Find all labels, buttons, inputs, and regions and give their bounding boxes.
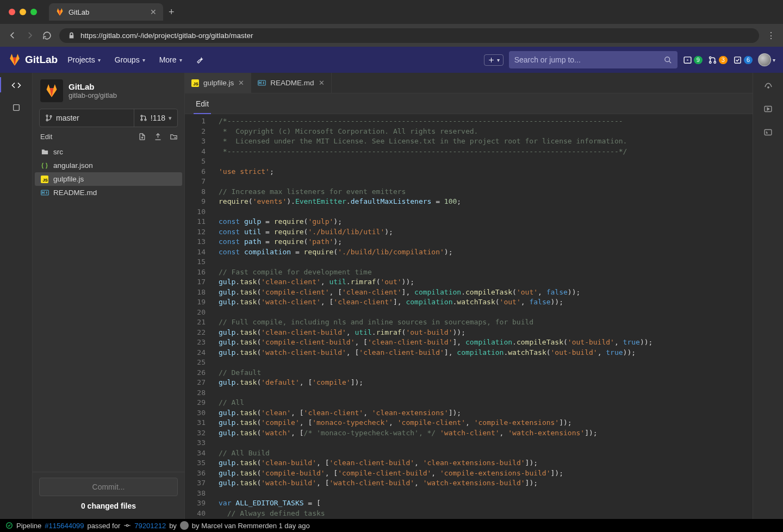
- project-path: gitlab-org/gitlab: [69, 91, 117, 99]
- svg-point-2: [709, 57, 711, 59]
- editor-tabs: JSgulpfile.js✕README.md✕: [185, 73, 753, 93]
- js-icon: JS: [191, 79, 199, 87]
- nav-back-icon[interactable]: [8, 30, 17, 40]
- rail-preview-icon[interactable]: [763, 104, 773, 114]
- gitlab-favicon-icon: [55, 8, 64, 16]
- nav-todos[interactable]: 6: [733, 55, 753, 65]
- nav-search[interactable]: [509, 51, 678, 68]
- side-panel: GitLab gitlab-org/gitlab master !118 ▾ E…: [33, 73, 184, 519]
- commit-icon: [123, 522, 131, 529]
- lock-icon: [68, 32, 75, 39]
- svg-point-23: [127, 524, 129, 527]
- activity-bar: [0, 73, 33, 519]
- gitlab-navbar: GitLab Projects▾ Groups▾ More▾ ▾ 9 3 6 ▾: [0, 47, 783, 73]
- subtab-edit[interactable]: Edit: [189, 93, 215, 114]
- branch-selector[interactable]: master: [40, 109, 134, 127]
- nav-more[interactable]: More▾: [155, 55, 187, 64]
- browser-menu-icon[interactable]: ⋮: [767, 30, 775, 41]
- commit-link[interactable]: 79201212: [134, 522, 166, 530]
- activity-collapse-icon[interactable]: [12, 103, 21, 112]
- svg-point-0: [665, 57, 670, 61]
- svg-point-19: [767, 87, 768, 88]
- svg-text:JS: JS: [194, 81, 198, 86]
- window-controls: [9, 9, 37, 15]
- close-tab-icon[interactable]: ✕: [238, 79, 244, 87]
- search-input[interactable]: [514, 55, 664, 64]
- nav-groups[interactable]: Groups▾: [110, 55, 150, 64]
- editor-tab[interactable]: JSgulpfile.js✕: [185, 73, 251, 93]
- upload-icon[interactable]: [154, 133, 162, 141]
- project-tile-icon: [40, 79, 63, 102]
- panel-edit-label: Edit: [40, 133, 52, 141]
- by-label: by: [169, 522, 177, 530]
- json-icon: [40, 162, 49, 170]
- tree-item[interactable]: README.md: [35, 186, 182, 199]
- mr-selector[interactable]: !118 ▾: [134, 109, 177, 127]
- nav-forward-icon[interactable]: [25, 30, 35, 40]
- svg-rect-6: [13, 105, 19, 111]
- file-tree: srcangular.jsonJSgulpfile.jsREADME.md: [33, 143, 184, 472]
- rail-pipeline-icon[interactable]: [763, 80, 773, 90]
- svg-point-4: [714, 61, 716, 63]
- url-text: https://gitlab.com/-/ide/project/gitlab-…: [80, 32, 253, 40]
- changed-files-count: 0 changed files: [39, 496, 178, 514]
- browser-tab-title: GitLab: [69, 8, 89, 16]
- tree-item[interactable]: src: [35, 145, 182, 159]
- reload-icon[interactable]: [42, 31, 52, 40]
- gitlab-logo[interactable]: GitLab: [8, 53, 58, 67]
- minimize-window[interactable]: [20, 9, 26, 15]
- pipeline-link[interactable]: #115644099: [45, 522, 84, 530]
- avatar: [758, 53, 771, 66]
- md-icon: [40, 190, 49, 196]
- svg-point-11: [141, 119, 142, 121]
- tree-item[interactable]: JSgulpfile.js: [35, 172, 182, 186]
- nav-wrench-icon[interactable]: [192, 55, 209, 64]
- tree-item[interactable]: angular.json: [35, 159, 182, 172]
- pipeline-status-icon: [5, 522, 13, 529]
- folder-icon: [40, 148, 49, 156]
- gitlab-wordmark: GitLab: [25, 54, 58, 66]
- close-window[interactable]: [9, 9, 15, 15]
- nav-projects[interactable]: Projects▾: [63, 55, 105, 64]
- svg-rect-21: [765, 130, 772, 135]
- svg-rect-5: [735, 57, 741, 62]
- address-bar[interactable]: https://gitlab.com/-/ide/project/gitlab-…: [59, 28, 759, 43]
- new-tab-button[interactable]: +: [169, 7, 175, 18]
- md-icon: [258, 80, 266, 86]
- code-editor[interactable]: /*--------------------------------------…: [213, 114, 753, 519]
- new-file-icon[interactable]: [138, 133, 146, 141]
- line-numbers: 1234567891011121314151617181920212223242…: [185, 114, 213, 519]
- activity-code-icon[interactable]: [11, 80, 21, 90]
- new-folder-icon[interactable]: [170, 133, 178, 141]
- nav-merge-requests[interactable]: 3: [708, 55, 728, 65]
- svg-point-8: [46, 120, 48, 121]
- passed-label: passed for: [88, 522, 121, 530]
- rail-terminal-icon[interactable]: [763, 128, 773, 137]
- nav-issues[interactable]: 9: [683, 55, 703, 65]
- svg-text:JS: JS: [43, 177, 48, 182]
- author-text: by Marcel van Remmerden 1 day ago: [192, 522, 310, 530]
- close-tab-icon[interactable]: ✕: [319, 79, 325, 87]
- svg-point-7: [46, 115, 48, 116]
- maximize-window[interactable]: [30, 9, 37, 15]
- status-bar: Pipeline #115644099 passed for 79201212 …: [0, 519, 783, 532]
- svg-point-10: [141, 115, 142, 117]
- browser-tab[interactable]: GitLab ✕: [49, 3, 163, 21]
- right-rail: [753, 73, 783, 519]
- svg-point-12: [145, 119, 146, 121]
- project-title: GitLab: [69, 82, 117, 91]
- nav-plus-dropdown[interactable]: ▾: [484, 54, 504, 66]
- svg-point-3: [709, 61, 711, 63]
- nav-user-menu[interactable]: ▾: [758, 53, 775, 66]
- js-icon: JS: [40, 176, 49, 183]
- close-tab-icon[interactable]: ✕: [150, 8, 157, 16]
- pipeline-label: Pipeline: [16, 522, 41, 530]
- svg-point-9: [50, 116, 52, 117]
- browser-chrome: GitLab ✕ + https://gitlab.com/-/ide/proj…: [0, 0, 783, 47]
- author-avatar: [180, 521, 189, 530]
- commit-button[interactable]: Commit...: [39, 478, 178, 496]
- editor-tab[interactable]: README.md✕: [251, 73, 331, 93]
